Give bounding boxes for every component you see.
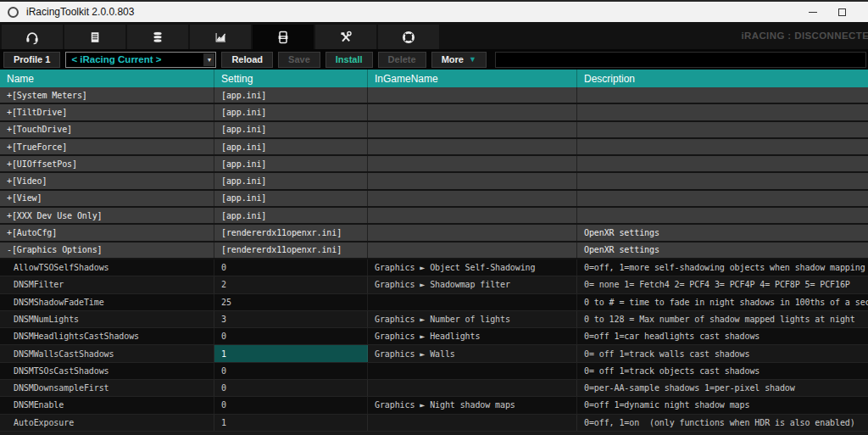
table-row[interactable]: +[TrueForce] [app.ini] <box>0 139 868 156</box>
row-ingamename: Graphics ► Object Self-Shadowing <box>368 259 577 276</box>
table-row[interactable]: DNSMTSOsCastShadows 0 0= off 1=track obj… <box>0 363 868 380</box>
table-row[interactable]: +[AutoCfg] [rendererdx11openxr.ini] Open… <box>0 225 868 242</box>
table-row[interactable]: DNSMDownsampleFirst 0 0=per-AA-sample sh… <box>0 380 868 397</box>
row-setting[interactable]: 3 <box>214 311 368 327</box>
table-row[interactable]: +[TouchDrive] [app.ini] <box>0 122 868 139</box>
tab-help[interactable] <box>378 25 439 49</box>
profile-button[interactable]: Profile 1 <box>3 52 60 68</box>
tab-ini-file[interactable] <box>253 25 314 49</box>
minimize-button[interactable] <box>798 2 827 22</box>
row-ingamename <box>368 243 577 258</box>
row-setting[interactable]: 0 <box>214 380 368 396</box>
tab-headset[interactable] <box>2 25 63 49</box>
row-name: +[AutoCfg] <box>0 225 214 240</box>
row-name: +[UIOffsetPos] <box>0 156 214 171</box>
tab-document[interactable] <box>64 25 125 49</box>
table-row[interactable]: AllowTSOSelfShadows 0 Graphics ► Object … <box>0 259 868 276</box>
table-row[interactable]: DNSMNumLights 3 Graphics ► Number of lig… <box>0 311 868 328</box>
table-row[interactable]: DNSMEnable 0 Graphics ► Night shadow map… <box>0 397 868 414</box>
row-ingamename <box>368 156 577 171</box>
table-row[interactable]: AutoExposure 1 0=off, 1=on (only functio… <box>0 415 868 432</box>
row-name: +[View] <box>0 191 214 206</box>
row-setting[interactable]: 0 <box>214 328 368 344</box>
row-setting[interactable]: 25 <box>214 294 368 310</box>
tab-database[interactable] <box>127 25 188 49</box>
chevron-down-icon: ▼ <box>469 55 476 64</box>
partial-next-row <box>0 432 868 435</box>
row-description <box>577 208 868 223</box>
table-row[interactable]: +[TiltDrive] [app.ini] <box>0 104 868 121</box>
tab-chart[interactable] <box>190 25 251 49</box>
row-setting[interactable]: [app.ini] <box>214 191 368 206</box>
help-ring-icon <box>401 30 416 45</box>
row-ingamename <box>368 415 577 431</box>
profile-select[interactable]: < iRacing Current > ▼ <box>65 52 216 68</box>
row-ingamename <box>368 173 577 188</box>
row-setting[interactable]: 0 <box>214 397 368 413</box>
row-name: DNSMTSOsCastShadows <box>0 363 214 379</box>
table-row[interactable]: DNSMWallsCastShadows 1 Graphics ► Walls … <box>0 345 868 362</box>
row-name: +[TiltDrive] <box>0 104 214 120</box>
reload-button[interactable]: Reload <box>221 52 273 68</box>
row-setting[interactable]: [app.ini] <box>214 139 368 154</box>
column-header-name[interactable]: Name <box>0 70 214 87</box>
row-setting[interactable]: 0 <box>214 259 368 276</box>
chart-icon <box>213 30 228 45</box>
row-setting[interactable]: 1 <box>214 415 368 431</box>
row-description <box>577 191 868 206</box>
maximize-button[interactable] <box>827 2 856 22</box>
row-ingamename <box>368 294 577 310</box>
row-name: +[XXX Dev Use Only] <box>0 208 214 223</box>
headset-icon <box>25 30 40 45</box>
table-row[interactable]: +[View] [app.ini] <box>0 191 868 208</box>
row-setting[interactable]: 2 <box>214 276 368 293</box>
row-ingamename <box>368 87 577 103</box>
table-row[interactable]: +[UIOffsetPos] [app.ini] <box>0 156 868 173</box>
table-row[interactable]: DNSMHeadlightsCastShadows 0 Graphics ► H… <box>0 328 868 345</box>
row-ingamename: Graphics ► Headlights <box>368 328 577 344</box>
column-header-ingamename[interactable]: InGameName <box>368 70 577 87</box>
window-controls <box>798 2 868 22</box>
table-row[interactable]: +[XXX Dev Use Only] [app.ini] <box>0 208 868 225</box>
more-button[interactable]: More ▼ <box>431 52 487 68</box>
ini-file-icon <box>275 30 291 45</box>
row-ingamename: Graphics ► Shadowmap filter <box>368 276 577 293</box>
table-row[interactable]: +[System Meters] [app.ini] <box>0 87 868 104</box>
delete-button[interactable]: Delete <box>378 52 426 68</box>
column-header-setting[interactable]: Setting <box>214 70 368 87</box>
row-name: DNSMEnable <box>0 397 214 413</box>
row-description: 0= off 1=track walls cast shadows <box>577 345 868 361</box>
row-description: 0=off, 1=on (only functions when HDR is … <box>577 415 868 431</box>
row-ingamename <box>368 139 577 154</box>
row-setting[interactable]: 1 <box>214 345 368 361</box>
chevron-down-icon[interactable]: ▼ <box>203 53 214 66</box>
filter-input[interactable] <box>495 52 866 68</box>
row-setting[interactable]: [rendererdx11openxr.ini] <box>214 243 368 258</box>
table-row[interactable]: +[Video] [app.ini] <box>0 173 868 190</box>
row-name: +[TouchDrive] <box>0 122 214 137</box>
maximize-icon <box>838 8 846 16</box>
save-button[interactable]: Save <box>278 52 320 68</box>
table-row[interactable]: DNSMFilter 2 Graphics ► Shadowmap filter… <box>0 276 868 293</box>
column-header-description[interactable]: Description <box>577 70 868 87</box>
row-ingamename <box>368 122 577 137</box>
row-ingamename <box>368 225 577 240</box>
row-description <box>577 173 868 188</box>
tab-tools[interactable] <box>315 25 376 49</box>
table-row[interactable]: -[Graphics Options] [rendererdx11openxr.… <box>0 243 868 259</box>
row-setting[interactable]: 0 <box>214 363 368 379</box>
row-setting[interactable]: [app.ini] <box>214 104 368 120</box>
row-setting[interactable]: [app.ini] <box>214 122 368 137</box>
row-setting[interactable]: [app.ini] <box>214 208 368 223</box>
row-name: DNSMNumLights <box>0 311 214 327</box>
row-setting[interactable]: [app.ini] <box>214 156 368 171</box>
row-setting[interactable]: [rendererdx11openxr.ini] <box>214 225 368 240</box>
row-setting[interactable]: [app.ini] <box>214 173 368 188</box>
install-button[interactable]: Install <box>326 52 373 68</box>
row-setting[interactable]: [app.ini] <box>214 87 368 103</box>
profile-bar: Profile 1 < iRacing Current > ▼ Reload S… <box>0 49 868 70</box>
toolbar: iRACING : DISCONNECTED <box>0 22 868 49</box>
window-title: iRacingToolkit 2.0.0.803 <box>26 6 134 18</box>
table-row[interactable]: DNSMShadowFadeTime 25 0 to # = time to f… <box>0 294 868 311</box>
row-description <box>577 87 868 103</box>
